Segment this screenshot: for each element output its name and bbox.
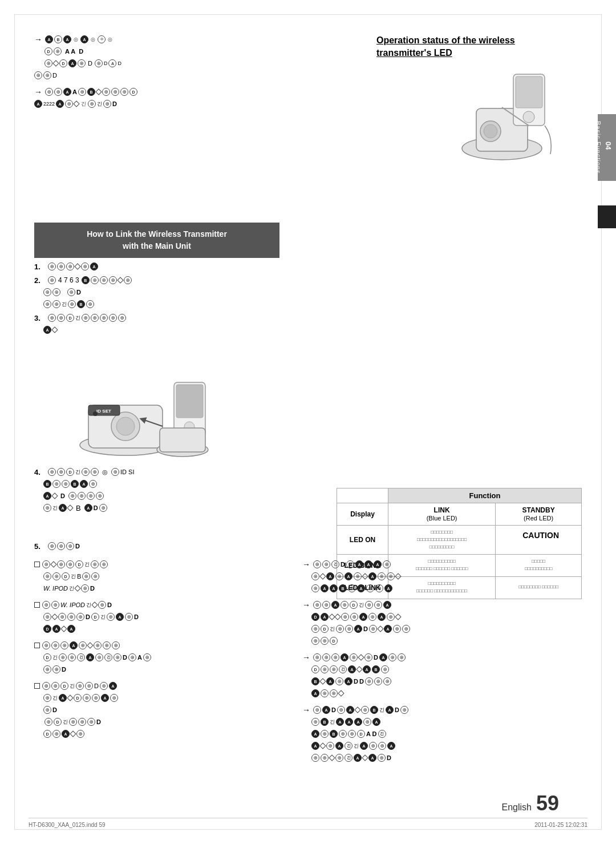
svg-point-7 (484, 124, 497, 138)
sym-A6: A (34, 100, 42, 108)
sym-A7: A (56, 100, 64, 108)
sym-A5: A (63, 88, 71, 96)
svg-text:ID SET: ID SET (96, 409, 111, 414)
chapter-number: 04 (604, 142, 613, 150)
main-content: → A B A ◎ A ◎ ㅇ ◎ D ◎ A A D ◎ (34, 34, 582, 810)
sym-D8: D (129, 88, 137, 96)
checkbox-1 (34, 562, 40, 567)
sym-B2: B (87, 88, 95, 96)
col-function-header: Function (388, 488, 582, 503)
sym-D2: ◎ (54, 47, 62, 55)
sym-D3: ◎ (44, 59, 52, 67)
led-status-section: Operation status of the wireless transmi… (376, 34, 559, 60)
page-language: English (501, 802, 531, 813)
id-set-device: ID SET (68, 365, 228, 459)
step-2: 2. ◎ 4 7 6 3 B ◎ ◎ ◎ ◎ ◎ ◎ ◎ D (34, 275, 285, 309)
side-tab: 04 Basic Functions (598, 114, 616, 181)
svg-point-11 (116, 417, 135, 435)
sym-r2: ◎ (43, 71, 51, 79)
sym-D6: ◎ (95, 59, 103, 67)
sym-s8: ◎ (88, 100, 96, 108)
text-row-3: ◎ D A ◎ D ◎ D A D (34, 58, 314, 68)
step-2-num: 2. (34, 276, 47, 285)
spacer (34, 82, 314, 87)
sym-c: ㅇ (98, 35, 106, 43)
steps-1-3: 1. ◎ ◎ ◎ ◎ A 2. ◎ 4 7 6 3 B ◎ ◎ ◎ (34, 257, 285, 337)
text-row-6: A 2222 A ◎ 긴 ◎ 긴 ◎ D (34, 99, 314, 109)
diamond-3 (73, 100, 79, 107)
sym-A1: A (45, 35, 53, 43)
footer-left: HT-D6300_XAA_0125.indd 59 (29, 822, 106, 828)
diamond-2 (95, 88, 102, 95)
step-5: 5. ◎ ◎ ◎ D (34, 541, 593, 553)
device-svg (445, 57, 559, 171)
sym-D4: D (59, 59, 67, 67)
sym-s5: ◎ (111, 88, 119, 96)
checkbox-4 (34, 683, 40, 689)
step-1: 1. ◎ ◎ ◎ ◎ A (34, 261, 285, 272)
page: 04 Basic Functions → A B A ◎ A ◎ ㅇ ◎ D (0, 0, 616, 844)
side-tab-accent (598, 205, 616, 228)
bottom-right-col: → ◎ ◎ 긴 D ◎ A A A ◎ ◎ A ◎ A ◎ (302, 559, 559, 765)
col-display-label: Display (337, 503, 388, 526)
sym-s6: ◎ (120, 88, 128, 96)
chapter-label: Basic Functions (595, 121, 602, 174)
col-display (337, 488, 388, 503)
bottom-columns: ◎ ◎ ◎ D 긴 ◎ ◎ ◎ ◎ D 긴 B ◎ ◎ (34, 559, 559, 765)
checkbox-2 (34, 602, 40, 608)
sym-D7: A (108, 59, 116, 67)
step-5-num: 5. (34, 542, 47, 551)
text-row-5: → ◎ ◎ A A ◎ B ◎ ◎ ◎ D (34, 87, 314, 97)
text-row-2: D ◎ A A D (34, 46, 314, 56)
how-to-link-title: How to Link the Wireless Transmitter wit… (42, 228, 271, 252)
svg-point-14 (93, 411, 98, 416)
sym-s7: ◎ (65, 100, 73, 108)
how-to-link-box: How to Link the Wireless Transmitter wit… (34, 223, 279, 258)
top-left-text: → A B A ◎ A ◎ ㅇ ◎ D ◎ A A D ◎ (34, 34, 314, 111)
sym-s4: ◎ (102, 88, 110, 96)
sym-A3: A (80, 35, 88, 43)
footer: HT-D6300_XAA_0125.indd 59 2011-01-25 12:… (29, 818, 587, 828)
text-row-4: ◎ ◎ D (34, 70, 314, 80)
step-4-num: 4. (34, 468, 47, 476)
id-set-svg: ID SET (68, 365, 228, 459)
svg-point-4 (523, 111, 534, 123)
bottom-left-col: ◎ ◎ ◎ D 긴 ◎ ◎ ◎ ◎ D 긴 B ◎ ◎ (34, 559, 291, 765)
footer-right: 2011-01-25 12:02:31 (534, 822, 587, 828)
checkbox-3 (34, 643, 40, 648)
step-1-num: 1. (34, 263, 47, 271)
sym-r1: ◎ (34, 71, 42, 79)
sym-D9: ◎ (103, 100, 111, 108)
col-link-label: LINK (Blue LED) (388, 503, 496, 526)
step-3-num: 3. (34, 314, 47, 322)
step-4: 4. ◎ ◎ D 긴 ◎ ◎ ◎ ◎ ID SI B ◎ ◎ B A ◎ A (34, 467, 285, 515)
sym-A4: A (68, 59, 76, 67)
sym-B1: B (54, 35, 62, 43)
svg-rect-3 (516, 76, 542, 108)
sym-s1: ◎ (45, 88, 53, 96)
sym-s3: ◎ (78, 88, 86, 96)
diamond-1 (52, 60, 59, 66)
col-standby-label: STANDBY (Red LED) (496, 503, 582, 526)
device-image (445, 57, 559, 171)
sym-s2: ◎ (54, 88, 62, 96)
sym-D5: ◎ (78, 59, 86, 67)
sym-A2: A (63, 35, 71, 43)
led-status-title: Operation status of the wireless transmi… (376, 34, 559, 60)
arrow-icon-2: → (34, 87, 42, 96)
text-row-1: → A B A ◎ A ◎ ㅇ ◎ (34, 34, 314, 45)
sym-D1: D (44, 47, 52, 55)
svg-rect-16 (176, 385, 203, 418)
step-3: 3. ◎ ◎ D 긴 ◎ ◎ ◎ ◎ ◎ A (34, 313, 285, 335)
page-number-area: English 59 (501, 791, 559, 815)
caution-label: CAUTION (522, 531, 559, 540)
page-number: 59 (536, 791, 559, 815)
svg-rect-19 (160, 428, 205, 452)
arrow-icon: → (34, 35, 42, 44)
